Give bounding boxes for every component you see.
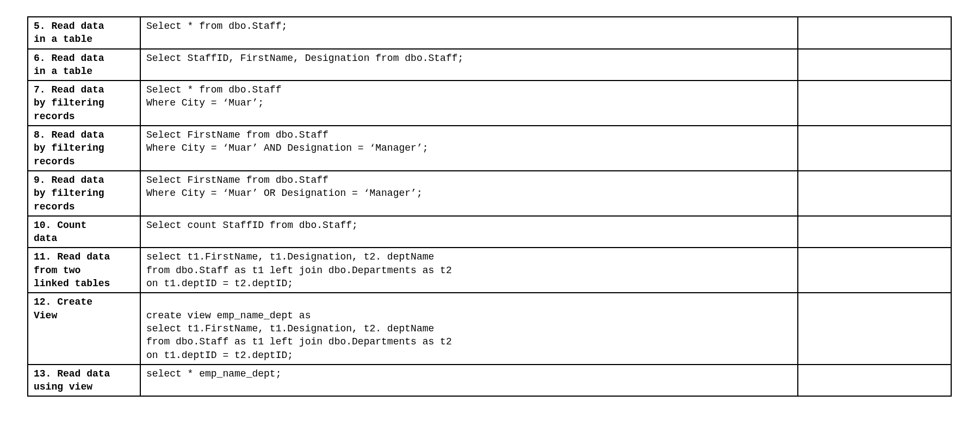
row-sql: create view emp_name_dept as select t1.F…	[140, 293, 798, 364]
row-notes	[798, 248, 951, 293]
table-row: 12. Create View create view emp_name_dep…	[28, 293, 951, 364]
row-sql: Select FirstName from dbo.Staff Where Ci…	[140, 126, 798, 171]
row-title: 7. Read data by filtering records	[28, 81, 140, 126]
row-sql: Select StaffID, FirstName, Designation f…	[140, 49, 798, 81]
row-title: 12. Create View	[28, 293, 140, 364]
row-notes	[798, 365, 951, 397]
row-sql: select * emp_name_dept;	[140, 365, 798, 397]
row-title: 13. Read data using view	[28, 365, 140, 397]
row-title: 10. Count data	[28, 216, 140, 248]
table-row: 8. Read data by filtering records Select…	[28, 126, 951, 171]
row-sql: Select FirstName from dbo.Staff Where Ci…	[140, 171, 798, 216]
row-title: 11. Read data from two linked tables	[28, 248, 140, 293]
row-notes	[798, 49, 951, 81]
row-title: 9. Read data by filtering records	[28, 171, 140, 216]
row-title: 8. Read data by filtering records	[28, 126, 140, 171]
table-row: 10. Count data Select count StaffID from…	[28, 216, 951, 248]
row-sql: Select * from dbo.Staff Where City = ‘Mu…	[140, 81, 798, 126]
row-sql: Select * from dbo.Staff;	[140, 17, 798, 49]
row-notes	[798, 81, 951, 126]
table-row: 11. Read data from two linked tables sel…	[28, 248, 951, 293]
row-sql: select t1.FirstName, t1.Designation, t2.…	[140, 248, 798, 293]
row-title: 6. Read data in a table	[28, 49, 140, 81]
row-notes	[798, 216, 951, 248]
table-row: 5. Read data in a table Select * from db…	[28, 17, 951, 49]
row-sql: Select count StaffID from dbo.Staff;	[140, 216, 798, 248]
sql-reference-table: 5. Read data in a table Select * from db…	[27, 16, 952, 397]
row-notes	[798, 126, 951, 171]
table-row: 7. Read data by filtering records Select…	[28, 81, 951, 126]
table-row: 13. Read data using view select * emp_na…	[28, 365, 951, 397]
table-row: 9. Read data by filtering records Select…	[28, 171, 951, 216]
row-title: 5. Read data in a table	[28, 17, 140, 49]
row-notes	[798, 293, 951, 364]
table-row: 6. Read data in a table Select StaffID, …	[28, 49, 951, 81]
row-notes	[798, 171, 951, 216]
row-notes	[798, 17, 951, 49]
